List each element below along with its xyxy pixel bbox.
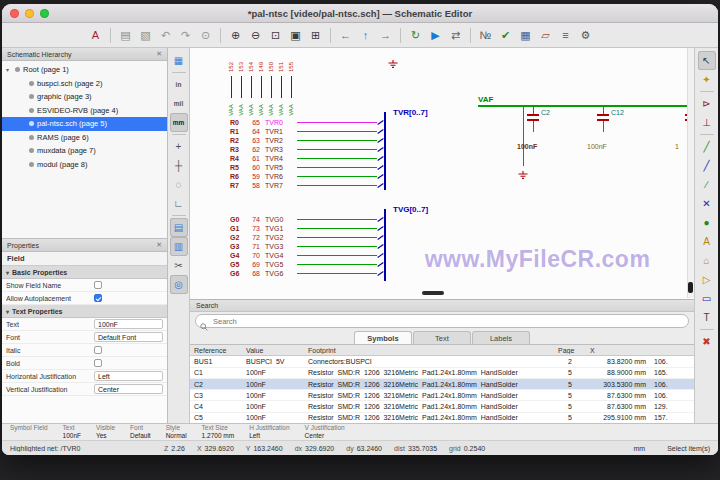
power-net-label[interactable]: VAF xyxy=(478,95,493,104)
toolbar-button[interactable] xyxy=(110,28,111,43)
property-row[interactable]: ▾ Show Field Name xyxy=(2,279,167,292)
edit-text-properties-icon[interactable]: A xyxy=(86,25,105,45)
toolbar-button[interactable] xyxy=(470,28,471,43)
value-field[interactable]: 100nF xyxy=(587,143,607,150)
property-checkbox[interactable] xyxy=(94,346,102,354)
wire-segment[interactable] xyxy=(297,185,377,186)
R3[interactable]: R3 62 TVR3 xyxy=(230,145,384,154)
paste-icon[interactable]: ▧ xyxy=(136,25,155,45)
column-header[interactable]: X xyxy=(586,347,650,354)
resistor-network[interactable]: 152 VAA 153 VAA 154 VAA xyxy=(226,54,296,118)
net-label[interactable]: TVR4 xyxy=(265,155,297,162)
property-checkbox[interactable] xyxy=(94,294,102,302)
G1[interactable]: G1 73 TVG1 xyxy=(230,224,384,233)
zoom-window-button[interactable] xyxy=(40,9,49,18)
tree-item[interactable]: ▾ buspci.sch (page 2) xyxy=(2,77,167,91)
property-value-field[interactable]: 100nF xyxy=(94,319,163,329)
zoom-selection-icon[interactable]: ⊞ xyxy=(306,25,325,45)
property-checkbox[interactable] xyxy=(94,359,102,367)
table-header-row[interactable]: ReferenceValueFootprintPageX xyxy=(190,345,694,356)
property-row[interactable]: ▾ Horizontal Justification Left xyxy=(2,370,167,383)
R6[interactable]: R6 59 TVR6 xyxy=(230,172,384,181)
tree-item[interactable]: ▾ RAMS (page 6) xyxy=(2,131,167,145)
search-tab[interactable]: Text xyxy=(413,331,471,344)
toolbar-button[interactable] xyxy=(700,329,714,330)
net-label[interactable]: TVG3 xyxy=(265,243,297,250)
redo-icon[interactable]: ↷ xyxy=(176,25,195,45)
bom-icon[interactable]: ≡ xyxy=(556,25,575,45)
wire-segment[interactable] xyxy=(297,219,377,220)
resistor-column[interactable]: 150 VAA xyxy=(266,54,276,118)
toolbar-button[interactable] xyxy=(172,72,186,73)
wire-segment[interactable] xyxy=(297,158,377,159)
toolbar-button[interactable] xyxy=(172,215,186,216)
wire-segment[interactable] xyxy=(478,105,694,107)
R4[interactable]: R4 61 TVR4 xyxy=(230,154,384,163)
search-panel-icon[interactable]: ◎ xyxy=(170,275,188,294)
column-header[interactable]: Footprint xyxy=(304,347,554,354)
expand-caret-icon[interactable]: ▾ xyxy=(6,66,12,73)
property-checkbox[interactable] xyxy=(94,281,102,289)
net-label[interactable]: TVR6 xyxy=(265,173,297,180)
zoom-page-icon[interactable]: ▣ xyxy=(286,25,305,45)
column-header[interactable]: Value xyxy=(242,347,304,354)
units-inch-icon[interactable]: in xyxy=(170,75,188,94)
net-label[interactable]: TVR2 xyxy=(265,137,297,144)
symbol-fields-table-icon[interactable]: ▦ xyxy=(516,25,535,45)
G6[interactable]: G6 68 TVG6 xyxy=(230,269,384,278)
bus-label-tvg[interactable]: TVG[0..7] xyxy=(393,205,428,214)
ground-symbol[interactable] xyxy=(517,166,529,184)
property-row[interactable]: ▾ Bold xyxy=(2,357,167,370)
canvas-horizontal-scrollbar-thumb[interactable] xyxy=(422,291,444,295)
column-header[interactable]: Reference xyxy=(190,347,242,354)
cursor-full-icon[interactable]: ┼ xyxy=(170,156,188,175)
net-label-icon[interactable]: A xyxy=(698,232,716,251)
delete-tool-icon[interactable]: ✖ xyxy=(698,332,716,351)
property-value-field[interactable]: Center xyxy=(94,384,163,394)
tree-item[interactable]: ▾ ESVIDEO-RVB (page 4) xyxy=(2,104,167,118)
table-row[interactable]: C1 100nF Resistor_SMD:R_1206_3216Metric_… xyxy=(190,368,694,379)
highlight-net-icon[interactable]: ✦ xyxy=(698,70,716,89)
table-row[interactable]: C4 100nF Resistor_SMD:R_1206_3216Metric_… xyxy=(190,401,694,412)
search-tab[interactable]: Labels xyxy=(472,331,530,344)
add-sheet-icon[interactable]: ▭ xyxy=(698,289,716,308)
undo-icon[interactable]: ↶ xyxy=(156,25,175,45)
resistor-column[interactable]: 149 VAA xyxy=(256,54,266,118)
G0[interactable]: G0 74 TVG0 xyxy=(230,215,384,224)
net-label[interactable]: TVR0 xyxy=(265,119,297,126)
wire-to-bus-entry-icon[interactable]: ∕ xyxy=(698,175,716,194)
schematic-canvas[interactable]: 152 VAA 153 VAA 154 VAA xyxy=(190,48,694,423)
capacitor-symbol[interactable]: C2 100nF xyxy=(526,106,540,132)
property-row[interactable]: ▾ Italic xyxy=(2,344,167,357)
net-label[interactable]: TVG6 xyxy=(265,270,297,277)
table-row[interactable]: BUS1 BUSPCI_5V Connectors:BUSPCI 2 83.82… xyxy=(190,356,694,367)
hierarchy-panel-icon[interactable]: ▤ xyxy=(170,218,188,237)
resistor-column[interactable]: 151 VAA xyxy=(276,54,286,118)
bus-line[interactable] xyxy=(384,112,386,190)
properties-panel-icon[interactable]: ▥ xyxy=(170,237,188,256)
G4[interactable]: G4 70 TVG4 xyxy=(230,251,384,260)
G5[interactable]: G5 69 TVG5 xyxy=(230,260,384,269)
net-label[interactable]: TVR7 xyxy=(265,182,297,189)
wire-segment[interactable] xyxy=(297,255,377,256)
column-header[interactable]: Page xyxy=(554,347,586,354)
property-row[interactable]: ▾ Basic Properties xyxy=(2,266,167,279)
close-icon[interactable]: ✕ xyxy=(156,241,162,249)
property-row[interactable]: ▾ Text 100nF xyxy=(2,318,167,331)
resistor-column[interactable]: 152 VAA xyxy=(226,54,236,118)
tree-item[interactable]: ▾ graphic (page 3) xyxy=(2,90,167,104)
ground-symbol[interactable] xyxy=(387,55,399,73)
assign-footprints-icon[interactable]: ▱ xyxy=(536,25,555,45)
wire-segment[interactable] xyxy=(297,228,377,229)
tree-item[interactable]: ▾ modul (page 8) xyxy=(2,158,167,172)
close-window-button[interactable] xyxy=(10,9,19,18)
property-row[interactable]: ▾ Vertical Justification Center xyxy=(2,383,167,396)
print-icon[interactable]: ▤ xyxy=(116,25,135,45)
schematic-setup-icon[interactable]: ⚙ xyxy=(576,25,595,45)
tree-item[interactable]: ▾ pal-ntsc.sch (page 5) xyxy=(2,117,167,131)
reference-designator[interactable]: C12 xyxy=(611,109,624,116)
search-tab[interactable]: Symbols xyxy=(354,331,412,344)
bus-label-tvr[interactable]: TVR[0..7] xyxy=(393,108,428,117)
net-label[interactable]: TVR1 xyxy=(265,128,297,135)
add-power-icon[interactable]: ⊥ xyxy=(698,113,716,132)
